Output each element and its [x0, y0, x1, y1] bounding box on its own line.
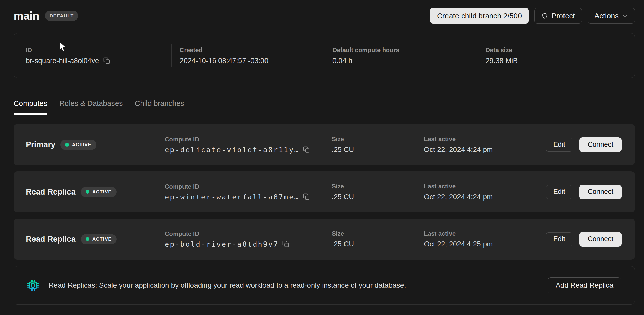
size-label: Size [332, 136, 424, 143]
branch-details-card: ID br-square-hill-a8ol04ve Created 2024-… [14, 33, 635, 78]
title-wrap: main DEFAULT [14, 9, 78, 22]
tab-bar: Computes Roles & Databases Child branche… [14, 94, 635, 114]
compute-id-label: Compute ID [165, 230, 332, 237]
status-badge: ACTIVE [81, 234, 117, 244]
compute-row-primary: Primary ACTIVE Compute ID ep-delicate-vi… [14, 124, 635, 165]
status-dot-icon [86, 190, 89, 194]
page-title: main [14, 9, 39, 22]
protect-button-label: Protect [551, 12, 575, 20]
copy-branch-id-button[interactable] [103, 57, 111, 65]
tab-child-branches[interactable]: Child branches [135, 94, 184, 114]
detail-field-id: ID br-square-hill-a8ol04ve [14, 33, 171, 78]
connect-button[interactable]: Connect [579, 185, 622, 199]
shield-icon [541, 13, 548, 19]
last-active-label: Last active [424, 136, 546, 143]
status-dot-icon [86, 237, 89, 241]
last-active-value: Oct 22, 2024 4:25 pm [424, 240, 546, 248]
field-label-created: Created [180, 46, 324, 54]
copy-icon [303, 146, 310, 153]
page-header: main DEFAULT Create child branch 2/500 P… [14, 0, 635, 24]
compute-id-label: Compute ID [165, 136, 332, 143]
edit-button[interactable]: Edit [546, 185, 573, 199]
status-label: ACTIVE [92, 236, 112, 242]
status-badge: ACTIVE [81, 187, 117, 197]
status-label: ACTIVE [92, 189, 112, 195]
compute-row-read-replica-1: Read Replica ACTIVE Compute ID ep-winter… [14, 171, 635, 212]
tab-computes[interactable]: Computes [14, 94, 47, 114]
compute-name: Read Replica [26, 187, 76, 197]
status-dot-icon [65, 143, 69, 147]
compute-id-label: Compute ID [165, 183, 332, 190]
edit-button[interactable]: Edit [546, 138, 573, 152]
compute-row-read-replica-2: Read Replica ACTIVE Compute ID ep-bold-r… [14, 219, 635, 260]
chip-icon [26, 278, 40, 292]
compute-id-value: ep-winter-waterfall-a87me… [165, 193, 300, 201]
create-child-branch-button[interactable]: Create child branch 2/500 [430, 8, 529, 24]
copy-icon [303, 193, 310, 201]
compute-id-value: ep-delicate-violet-a8r11y… [165, 146, 300, 154]
size-value: .25 CU [332, 146, 424, 154]
tab-roles-databases[interactable]: Roles & Databases [59, 94, 123, 114]
field-label-id: ID [26, 46, 171, 54]
protect-button[interactable]: Protect [534, 8, 582, 24]
last-active-value: Oct 22, 2024 4:24 pm [424, 193, 546, 201]
last-active-value: Oct 22, 2024 4:24 pm [424, 146, 546, 154]
edit-button[interactable]: Edit [546, 232, 573, 246]
branch-id-value: br-square-hill-a8ol04ve [26, 57, 99, 65]
copy-compute-id-button[interactable] [282, 240, 290, 248]
size-value: .25 CU [332, 240, 424, 248]
copy-compute-id-button[interactable] [303, 193, 310, 201]
compute-name: Read Replica [26, 235, 76, 244]
read-replica-description: Read Replicas: Scale your application by… [49, 281, 548, 289]
status-badge: ACTIVE [60, 140, 96, 150]
actions-button[interactable]: Actions [588, 8, 635, 24]
actions-button-label: Actions [594, 12, 619, 20]
copy-compute-id-button[interactable] [303, 146, 310, 153]
field-label-data-size: Data size [486, 46, 635, 54]
detail-field-compute-hours: Default compute hours 0.04 h [324, 33, 475, 78]
chevron-down-icon [622, 13, 628, 19]
add-read-replica-button[interactable]: Add Read Replica [548, 277, 621, 293]
compute-hours-value: 0.04 h [332, 57, 475, 65]
connect-button[interactable]: Connect [579, 232, 622, 247]
detail-field-created: Created 2024-10-16 08:47:57 -03:00 [172, 33, 324, 78]
read-replica-banner: Read Replicas: Scale your application by… [14, 266, 635, 305]
size-value: .25 CU [332, 193, 424, 201]
field-label-compute-hours: Default compute hours [332, 46, 475, 54]
last-active-label: Last active [424, 230, 546, 237]
detail-field-data-size: Data size 29.38 MiB [475, 33, 635, 78]
size-label: Size [332, 183, 424, 190]
copy-icon [282, 240, 290, 248]
compute-id-value: ep-bold-river-a8tdh9v7 [165, 240, 279, 248]
connect-button[interactable]: Connect [579, 137, 622, 152]
status-label: ACTIVE [72, 142, 91, 148]
branch-page: main DEFAULT Create child branch 2/500 P… [14, 0, 635, 305]
compute-name: Primary [26, 140, 55, 149]
default-badge: DEFAULT [45, 11, 78, 21]
last-active-label: Last active [424, 183, 546, 190]
size-label: Size [332, 230, 424, 237]
copy-icon [103, 57, 111, 65]
header-actions: Create child branch 2/500 Protect Action… [430, 8, 635, 24]
created-value: 2024-10-16 08:47:57 -03:00 [180, 57, 324, 65]
data-size-value: 29.38 MiB [486, 57, 635, 65]
